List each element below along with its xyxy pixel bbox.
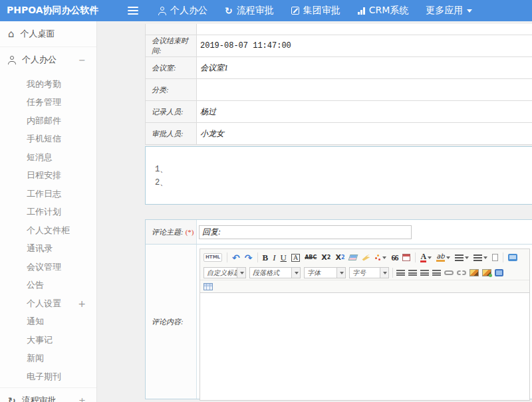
sidebar-item-workflow-approval[interactable]: ↻ 流程审批 +: [0, 388, 96, 402]
upload-image-icon[interactable]: [482, 269, 491, 276]
blockquote-icon[interactable]: 66: [391, 254, 398, 262]
meeting-info-table: 会议结束时间: 2019-08-07 11:47:00 会议室: 会议室1 分类…: [145, 24, 532, 145]
sidebar-item-label: 个人文件柜: [27, 225, 70, 237]
font-color-icon[interactable]: A: [420, 252, 432, 262]
sidebar-subitem-schedule[interactable]: 日程安排: [0, 167, 96, 185]
sidebar-item-label: 内部邮件: [27, 115, 61, 127]
expand-icon[interactable]: +: [78, 298, 86, 309]
highlight-color-icon[interactable]: ab: [436, 253, 450, 262]
edit-icon: [291, 7, 299, 15]
bar-chart-icon: [358, 7, 365, 15]
editor-toolbar-row1: HTML ↶ ↷ B I U A ABC X2 X2: [200, 249, 529, 266]
sidebar-item-label: 手机短信: [27, 133, 61, 145]
sidebar-subitem-announcement[interactable]: 公告: [0, 276, 96, 295]
fullscreen-icon[interactable]: [508, 254, 517, 261]
undo-icon[interactable]: ↶: [232, 253, 240, 262]
sidebar-subitem-meeting-management[interactable]: 会议管理: [0, 258, 96, 276]
row-label: 审批人员:: [146, 123, 197, 144]
sidebar-subitem-work-log[interactable]: 工作日志: [0, 185, 96, 203]
insert-video-icon[interactable]: [495, 269, 503, 276]
sub-idx: 2: [341, 255, 345, 260]
insert-table-icon[interactable]: [203, 283, 213, 290]
row-label: 会议结束时间:: [146, 35, 197, 56]
sidebar-subitem-contacts[interactable]: 通讯录: [0, 240, 96, 258]
align-center-icon[interactable]: [408, 270, 417, 276]
meeting-content-box: 1、 2、: [145, 146, 532, 205]
date-insert-icon[interactable]: [402, 254, 410, 261]
nav-more-apps[interactable]: 更多应用: [426, 5, 472, 17]
ordered-list-icon[interactable]: [455, 254, 469, 261]
cycle-icon: ↻: [8, 396, 16, 402]
sidebar-subitem-mobile-sms[interactable]: 手机短信: [0, 130, 96, 149]
sidebar-item-personal-desktop[interactable]: ⌂ 个人桌面: [0, 21, 96, 47]
sidebar-item-label: 工作日志: [27, 188, 61, 200]
table-row-clipped: [146, 24, 532, 35]
row-value: HTML ↶ ↷ B I U A ABC X2 X2: [197, 245, 532, 399]
font-border-icon[interactable]: A: [291, 254, 300, 262]
align-left-icon[interactable]: [396, 270, 405, 276]
row-label: 记录人员:: [146, 101, 197, 122]
menu-icon[interactable]: [128, 7, 138, 15]
comment-subject-input[interactable]: [199, 225, 412, 239]
html-source-button[interactable]: HTML: [203, 253, 222, 262]
sidebar-subitem-notice[interactable]: 通知: [0, 313, 96, 332]
insert-image-icon[interactable]: [469, 269, 479, 276]
sidebar-item-label: 电子期刊: [27, 371, 61, 383]
nav-workflow-approval[interactable]: ↻ 流程审批: [225, 5, 274, 17]
expand-icon[interactable]: +: [78, 395, 86, 402]
topbar: PHPOA协同办公软件 个人办公 ↻ 流程审批 集团审批 CRM系统 更多应用: [0, 0, 532, 21]
paragraph-format-select[interactable]: 段落格式: [249, 267, 301, 278]
format-brush-icon[interactable]: [362, 254, 370, 261]
sidebar-subitem-task-management[interactable]: 任务管理: [0, 94, 96, 112]
sidebar-subitem-news[interactable]: 新闻: [0, 350, 96, 368]
sidebar-subitem-e-journal[interactable]: 电子期刊: [0, 367, 96, 386]
sidebar-subitem-file-cabinet[interactable]: 个人文件柜: [0, 221, 96, 240]
sidebar-item-label: 任务管理: [27, 96, 61, 108]
content-line: 2、: [155, 176, 532, 189]
sidebar-item-personal-office[interactable]: 个人办公 −: [0, 47, 96, 72]
insert-link-icon[interactable]: [444, 270, 454, 275]
unordered-list-icon[interactable]: [473, 254, 487, 261]
sidebar-item-label: 我的考勤: [27, 78, 61, 90]
strikethrough-icon[interactable]: ABC: [305, 255, 317, 260]
collapse-icon[interactable]: −: [78, 55, 86, 65]
align-justify-icon[interactable]: [432, 270, 441, 276]
main-content: 会议结束时间: 2019-08-07 11:47:00 会议室: 会议室1 分类…: [98, 21, 532, 402]
sidebar-subitem-personal-settings[interactable]: 个人设置 +: [0, 294, 96, 313]
align-right-icon[interactable]: [420, 270, 429, 276]
sidebar-subitem-short-message[interactable]: 短消息: [0, 148, 96, 167]
custom-title-select[interactable]: 自定义标题: [203, 267, 246, 278]
remove-link-icon[interactable]: [457, 270, 466, 275]
nav-label: 集团审批: [303, 5, 340, 17]
caret-down-icon: [291, 268, 300, 278]
sidebar-subitem-work-plan[interactable]: 工作计划: [0, 203, 96, 222]
sidebar-subitem-big-events[interactable]: 大事记: [0, 331, 96, 350]
caret-down-icon: [380, 268, 388, 278]
italic-icon[interactable]: I: [273, 253, 275, 262]
nav-group-approval[interactable]: 集团审批: [291, 5, 340, 17]
sidebar-subitem-attendance[interactable]: 我的考勤: [0, 75, 96, 94]
new-page-icon[interactable]: [492, 254, 498, 261]
redo-icon[interactable]: ↷: [245, 253, 253, 262]
font-family-select[interactable]: 字体: [304, 267, 346, 278]
editor-content-area[interactable]: [200, 292, 529, 400]
row-label: 会议室:: [146, 57, 197, 78]
editor-toolbar-row3: [200, 280, 529, 292]
superscript-icon[interactable]: X2: [321, 254, 331, 261]
caret-down-icon: [467, 9, 472, 13]
editor-toolbar-row2: 自定义标题 段落格式 字体 字号: [200, 266, 529, 280]
underline-icon[interactable]: U: [281, 253, 287, 262]
auto-format-icon[interactable]: [374, 254, 386, 261]
person-icon: [8, 56, 16, 64]
subscript-icon[interactable]: X2: [335, 254, 344, 261]
bold-icon[interactable]: B: [263, 253, 269, 262]
eraser-icon[interactable]: [349, 254, 357, 260]
select-value: 段落格式: [250, 268, 291, 278]
font-size-select[interactable]: 字号: [349, 267, 389, 278]
caret-down-icon: [483, 256, 487, 259]
sup-exp: 2: [327, 255, 331, 260]
row-label: 分类:: [146, 79, 197, 100]
nav-crm-system[interactable]: CRM系统: [358, 5, 409, 17]
sidebar-subitem-internal-mail[interactable]: 内部邮件: [0, 112, 96, 130]
nav-personal-office[interactable]: 个人办公: [158, 5, 207, 17]
